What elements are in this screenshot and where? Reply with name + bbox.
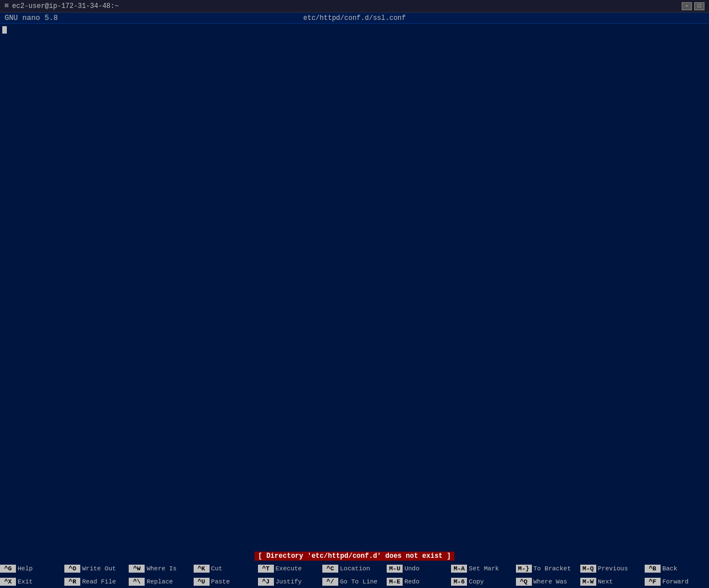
shortcut-key: ^T <box>258 565 274 573</box>
shortcut-key: ^\ <box>129 578 145 586</box>
title-bar-controls[interactable]: − □ <box>682 2 704 10</box>
shortcut-item[interactable]: ^OWrite Out <box>64 562 129 575</box>
shortcut-label: Replace <box>145 578 173 585</box>
shortcut-key: M-A <box>451 565 467 573</box>
title-bar: ⌘ ec2-user@ip-172-31-34-48:~ − □ <box>0 0 709 13</box>
shortcut-item[interactable]: M-}To Bracket <box>516 562 580 575</box>
shortcut-label: Copy <box>467 578 483 585</box>
nano-file-title: etc/httpd/conf.d/ssl.conf <box>303 14 405 22</box>
shortcut-bar-2: ^XExit^RRead File^\Replace^UPaste^JJusti… <box>0 575 709 588</box>
title-bar-title: ec2-user@ip-172-31-34-48:~ <box>12 2 118 10</box>
shortcut-key: ^W <box>129 565 145 573</box>
editor-cursor <box>2 26 7 34</box>
shortcut-item[interactable]: ^UPaste <box>194 575 258 588</box>
shortcut-item[interactable]: M-UUndo <box>387 562 451 575</box>
title-bar-left: ⌘ ec2-user@ip-172-31-34-48:~ <box>5 2 118 10</box>
shortcut-label: Forward <box>661 578 688 585</box>
shortcut-item[interactable]: ^RRead File <box>64 575 129 588</box>
shortcut-label: Justify <box>274 578 302 585</box>
nano-header: GNU nano 5.8 etc/httpd/conf.d/ssl.conf <box>0 13 709 24</box>
shortcut-key: ^X <box>0 578 16 586</box>
shortcut-item[interactable]: ^JJustify <box>258 575 322 588</box>
shortcut-key: M-W <box>580 578 596 586</box>
shortcut-label: Previous <box>596 565 628 572</box>
shortcut-item[interactable]: ^KCut <box>194 562 258 575</box>
shortcut-label: Undo <box>403 565 419 572</box>
shortcut-bar-1: ^GHelp^OWrite Out^WWhere Is^KCut^TExecut… <box>0 562 709 575</box>
shortcut-key: ^C <box>322 565 338 573</box>
shortcut-item[interactable]: M-WNext <box>580 575 645 588</box>
shortcut-label: Read File <box>80 578 116 585</box>
shortcut-item[interactable]: ^QWhere Was <box>516 575 580 588</box>
shortcut-label: Write Out <box>80 565 116 572</box>
status-bar: [ Directory 'etc/httpd/conf.d' does not … <box>0 550 709 562</box>
status-message: [ Directory 'etc/httpd/conf.d' does not … <box>255 552 454 561</box>
shortcut-item[interactable]: M-QPrevious <box>580 562 645 575</box>
shortcut-label: Go To Line <box>338 578 378 585</box>
shortcut-key: ^G <box>0 565 16 573</box>
shortcut-item[interactable]: M-6Copy <box>451 575 515 588</box>
shortcut-item[interactable]: ^\Replace <box>129 575 193 588</box>
shortcut-label: Redo <box>403 578 419 585</box>
shortcut-item[interactable]: ^FForward <box>645 575 709 588</box>
shortcut-item[interactable]: ^XExit <box>0 575 64 588</box>
shortcut-key: ^/ <box>322 578 338 586</box>
shortcut-key: ^F <box>645 578 661 586</box>
shortcut-label: Help <box>16 565 32 572</box>
shortcut-key: M-Q <box>580 565 596 573</box>
shortcut-label: To Bracket <box>532 565 571 572</box>
shortcut-key: M-E <box>387 578 403 586</box>
shortcut-item[interactable]: ^WWhere Is <box>129 562 193 575</box>
maximize-button[interactable]: □ <box>694 2 704 10</box>
shortcut-key: ^B <box>645 565 661 573</box>
shortcut-label: Location <box>338 565 370 572</box>
shortcut-label: Paste <box>210 578 230 585</box>
shortcut-item[interactable]: ^GHelp <box>0 562 64 575</box>
shortcut-key: ^O <box>64 565 80 573</box>
shortcut-key: ^R <box>64 578 80 586</box>
shortcut-item[interactable]: M-ASet Mark <box>451 562 515 575</box>
shortcut-label: Set Mark <box>467 565 499 572</box>
shortcut-item[interactable]: ^/Go To Line <box>322 575 387 588</box>
shortcut-item[interactable]: ^BBack <box>645 562 709 575</box>
shortcut-label: Back <box>661 565 677 572</box>
shortcut-label: Next <box>596 578 613 585</box>
shortcut-item[interactable]: ^CLocation <box>322 562 387 575</box>
shortcut-key: ^U <box>194 578 210 586</box>
shortcut-key: M-6 <box>451 578 467 586</box>
shortcut-label: Where Was <box>532 578 567 585</box>
shortcut-key: M-} <box>516 565 532 573</box>
shortcut-label: Exit <box>16 578 32 585</box>
nano-version-label: GNU nano 5.8 <box>5 14 58 22</box>
minimize-button[interactable]: − <box>682 2 692 10</box>
shortcut-key: ^K <box>194 565 210 573</box>
shortcut-item[interactable]: ^TExecute <box>258 562 322 575</box>
shortcut-key: ^J <box>258 578 274 586</box>
shortcut-label: Cut <box>210 565 223 572</box>
terminal-icon: ⌘ <box>5 2 9 10</box>
shortcut-label: Execute <box>274 565 302 572</box>
shortcut-label: Where Is <box>145 565 177 572</box>
editor-area[interactable] <box>0 24 709 550</box>
shortcut-item[interactable]: M-ERedo <box>387 575 451 588</box>
shortcut-key: M-U <box>387 565 403 573</box>
shortcut-key: ^Q <box>516 578 532 586</box>
